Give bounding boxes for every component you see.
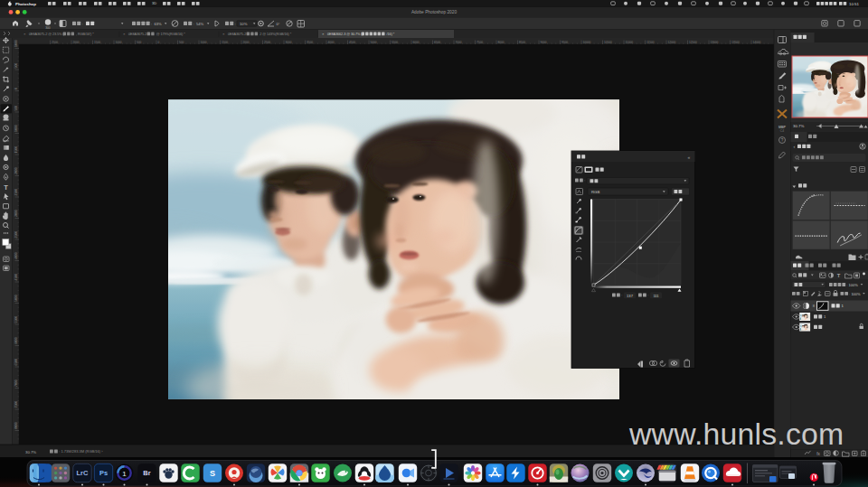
svg-text:2500: 2500 <box>264 41 270 44</box>
svg-text:0: 0 <box>158 41 160 44</box>
svg-text:4500: 4500 <box>349 41 355 44</box>
svg-text::: : <box>801 292 802 296</box>
svg-text:0: 0 <box>14 88 18 89</box>
svg-text:7000: 7000 <box>14 379 18 387</box>
svg-text:1000: 1000 <box>14 40 18 47</box>
svg-text::: : <box>193 22 194 26</box>
svg-text:1000: 1000 <box>14 125 18 132</box>
svg-text:1000: 1000 <box>201 41 207 44</box>
svg-text:6500: 6500 <box>434 41 440 44</box>
svg-text:3D: 3D <box>152 1 156 5</box>
svg-text:@ 179%(RGB/16) *: @ 179%(RGB/16) * <box>156 33 186 36</box>
svg-text:3500: 3500 <box>307 41 313 44</box>
svg-text:500: 500 <box>14 106 18 111</box>
svg-text:4000: 4000 <box>328 41 335 44</box>
svg-text:T: T <box>4 183 8 192</box>
svg-text:Adobe Photoshop 2020: Adobe Photoshop 2020 <box>411 10 457 14</box>
svg-text:2 @ 143%(RGB/16) *: 2 @ 143%(RGB/16) * <box>259 33 292 36</box>
svg-text:2000: 2000 <box>243 41 250 44</box>
svg-text:, RGB/16!) *: , RGB/16!) * <box>76 33 94 36</box>
svg-text:3500: 3500 <box>14 231 18 239</box>
svg-text:Photoshop: Photoshop <box>15 2 36 6</box>
svg-text:500: 500 <box>14 63 18 69</box>
svg-text:10%: 10% <box>240 22 248 26</box>
svg-text:3000: 3000 <box>286 41 292 44</box>
svg-text::: : <box>846 283 847 287</box>
svg-text:1500: 1500 <box>14 146 18 154</box>
svg-text:‹: ‹ <box>794 144 796 149</box>
svg-text:1500: 1500 <box>94 41 100 44</box>
svg-text:6500: 6500 <box>14 359 18 366</box>
svg-text:500: 500 <box>137 41 142 44</box>
svg-text:S: S <box>210 469 215 478</box>
svg-text:7500: 7500 <box>476 41 483 44</box>
svg-text:54%: 54% <box>196 22 204 26</box>
svg-text:6000: 6000 <box>413 41 420 44</box>
svg-text:RGB: RGB <box>591 190 599 194</box>
svg-text:7500: 7500 <box>14 401 18 408</box>
svg-text:8000: 8000 <box>498 41 505 44</box>
svg-text:100%: 100% <box>851 292 861 296</box>
svg-text::: : <box>849 292 850 296</box>
svg-text:MBP: MBP <box>778 126 787 129</box>
svg-text:63%: 63% <box>155 22 163 26</box>
svg-text:5500: 5500 <box>14 316 18 323</box>
svg-text:11500: 11500 <box>646 41 655 44</box>
svg-text:Br: Br <box>143 469 150 477</box>
svg-text:8500: 8500 <box>519 41 525 44</box>
svg-text:3000: 3000 <box>14 210 18 217</box>
svg-text:T: T <box>837 273 841 278</box>
svg-text:6000: 6000 <box>14 337 18 344</box>
svg-text:Ps: Ps <box>99 469 108 477</box>
svg-text:7000: 7000 <box>456 41 462 44</box>
svg-text:2000: 2000 <box>14 167 18 174</box>
svg-text:100%: 100% <box>849 283 859 287</box>
svg-text:1: 1 <box>122 470 127 478</box>
svg-text:2500: 2500 <box>52 41 58 44</box>
svg-text:111: 111 <box>653 294 659 298</box>
svg-text:1500: 1500 <box>222 41 228 44</box>
svg-text:4500: 4500 <box>14 274 18 281</box>
svg-text:0E8A3662-3 @ 30.7% (: 0E8A3662-3 @ 30.7% ( <box>327 33 363 36</box>
svg-text::: : <box>647 293 648 297</box>
svg-text:LrC: LrC <box>77 469 90 477</box>
svg-text::: : <box>151 22 152 26</box>
svg-text:500: 500 <box>179 41 184 44</box>
svg-text:0E8A3675-2 @ 23.5% (: 0E8A3675-2 @ 23.5% ( <box>29 33 64 36</box>
svg-text:5500: 5500 <box>392 41 398 44</box>
svg-text:4000: 4000 <box>14 252 18 259</box>
svg-text::: : <box>584 178 585 183</box>
svg-text::: : <box>621 293 622 297</box>
svg-text:C4: C4 <box>780 129 784 133</box>
svg-text:www.hunls.com: www.hunls.com <box>628 417 844 451</box>
svg-text:5000: 5000 <box>14 295 18 302</box>
svg-text:/16) *: /16) * <box>387 33 395 36</box>
svg-text:300: 300 <box>45 26 51 30</box>
svg-text:11000: 11000 <box>626 41 634 44</box>
svg-text:9000: 9000 <box>541 41 547 44</box>
svg-text:«: « <box>688 155 691 160</box>
svg-text:2500: 2500 <box>14 189 18 196</box>
svg-text:30.7%: 30.7% <box>25 450 36 454</box>
svg-text:: 1.73M/283.3M (RGB/16) ›: : 1.73M/283.3M (RGB/16) › <box>59 449 103 454</box>
svg-text:10:51: 10:51 <box>849 2 860 6</box>
svg-text:5000: 5000 <box>371 41 377 44</box>
svg-text:137: 137 <box>627 294 634 298</box>
svg-text:1000: 1000 <box>116 41 122 44</box>
svg-text:0E8A3675-2: 0E8A3675-2 <box>128 33 146 36</box>
svg-text:0E8A3675-2: 0E8A3675-2 <box>228 33 246 36</box>
svg-text:0°: 0° <box>277 22 280 26</box>
svg-text::: : <box>235 22 236 26</box>
svg-text:2000: 2000 <box>73 41 80 44</box>
svg-text::: : <box>82 22 83 26</box>
svg-text:30.7%: 30.7% <box>793 124 805 128</box>
svg-text:8000: 8000 <box>14 422 18 429</box>
svg-text:9500: 9500 <box>561 41 568 44</box>
